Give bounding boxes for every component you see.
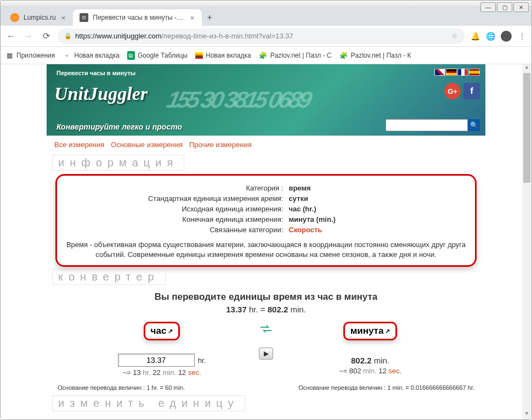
bookmark-item[interactable]: 🧩Pazlov.net | Пазл - С [259,51,332,60]
bookmark-label: Pazlov.net | Пазл - К [350,52,411,59]
sheets-icon: ▤ [127,51,135,60]
tab-title: Lumpics.ru [24,14,56,21]
basis-right: Основание перевода величин : 1 min. = 0.… [298,384,474,391]
info-value: сутки [286,194,466,203]
tab-title: Перевести часы в минуты - Пер [93,14,184,21]
flag-uk-icon[interactable] [434,69,445,76]
section-title-change: изменить единицу [52,395,245,411]
info-panel: Категория :время Стандартная единица изм… [55,174,477,267]
converter-left: час ↗ hr. ~= 13 hr. 22 min. 12 sec. [80,322,244,377]
star-icon[interactable]: ☆ [451,32,458,40]
info-value: час (hr.) [286,204,466,214]
converter-middle: ▶ [259,322,273,360]
flag-es-icon[interactable] [469,69,480,76]
browser-window: — ▢ ✕ Lumpics.ru × ⚖ Перевести часы в ми… [0,0,532,420]
bookmark-item[interactable]: 🧩Pazlov.net | Пазл - К [339,51,411,60]
close-tab-icon[interactable]: × [60,14,67,22]
url-bar[interactable]: 🔒 https://www.unitjuggler.com/перевод-ti… [58,29,465,44]
site-search: 🔍 [386,119,480,131]
bookmark-label: Pazlov.net | Пазл - С [270,52,332,59]
apps-button[interactable]: ▦Приложения [5,51,55,60]
scroll-down-icon[interactable]: ▼ [522,411,531,419]
converter-row: час ↗ hr. ~= 13 hr. 22 min. 12 sec. [47,314,485,377]
search-input[interactable] [386,119,468,131]
search-button[interactable]: 🔍 [468,119,480,131]
site-tagline: Конвертируйте легко и просто [56,122,182,131]
page-viewport: 155 30 3815 0689 Перевести часы в минуты… [1,64,531,419]
extension-icon[interactable]: 🔔 [470,31,480,41]
url-host: www.unitjuggler.com [97,32,162,40]
reload-button[interactable]: ⟳ [40,30,52,42]
vertical-scrollbar[interactable]: ▲ ▼ [522,64,531,419]
puzzle-icon: 🧩 [259,51,268,60]
bookmark-label: Новая вкладка [206,52,251,59]
bookmarks-bar: ▦Приложения ▫Новая вкладка ▤Google Табли… [1,47,531,64]
target-unit-text: минута [350,326,384,337]
social-links: G+ f [444,83,480,99]
favicon-icon [10,13,19,22]
language-flags [434,69,480,76]
section-title-converter: конвертер [52,269,166,285]
titlebar [1,1,531,6]
scroll-thumb[interactable] [523,73,530,183]
bookmark-item[interactable]: ▤Google Таблицы [127,51,188,60]
lock-icon: 🔒 [64,32,72,40]
table-row: Конечная единица измерения:минута (min.) [66,215,466,224]
nav-all[interactable]: Все измерения [54,141,104,149]
nav-other[interactable]: Прочие измерения [189,141,252,149]
info-value-link[interactable]: Скорость [286,225,466,234]
toolbar-icons: 🔔 🌐 ⋮ [470,31,527,42]
converter-right: минута ↗ 802.2 min. ~= 802 min. 12 sec. [288,322,452,375]
page-icon: ▬ [195,52,203,59]
apps-icon: ▦ [5,51,14,60]
apps-label: Приложения [16,52,55,59]
menu-icon[interactable]: ⋮ [517,31,527,41]
target-unit-link[interactable]: минута ↗ [343,322,398,340]
profile-avatar[interactable] [501,31,512,42]
maximize-button[interactable]: ▢ [497,2,512,12]
info-label: Связанные категории: [66,225,285,234]
external-link-icon: ↗ [385,328,390,335]
tab-unitjuggler[interactable]: ⚖ Перевести часы в минуты - Пер × [73,9,202,26]
forward-button[interactable]: → [22,30,35,42]
target-approx: ~= 802 min. 12 sec. [288,367,452,375]
info-label: Стандартная единица измерения время: [66,194,285,203]
info-table: Категория :время Стандартная единица изм… [65,182,467,236]
table-row: Стандартная единица измерения время:сутк… [66,194,466,203]
result-value: 802.2 min. [288,356,452,365]
extension-globe-icon[interactable]: 🌐 [485,31,495,41]
url-text: https://www.unitjuggler.com/перевод-time… [75,32,293,40]
input-row: hr. [80,354,244,367]
scroll-up-icon[interactable]: ▲ [522,64,531,73]
info-value: минута (min.) [286,215,466,224]
site-header: 155 30 3815 0689 Перевести часы в минуты… [47,64,485,136]
section-title-info: информация [52,155,184,171]
flag-fr-icon[interactable] [457,69,468,76]
swap-icon[interactable] [261,325,271,333]
new-tab-button[interactable]: + [202,13,217,23]
close-button[interactable]: ✕ [513,2,529,12]
source-value-input[interactable] [118,354,195,367]
back-button[interactable]: ← [5,30,17,42]
source-unit-link[interactable]: час ↗ [144,322,180,340]
tab-lumpics[interactable]: Lumpics.ru × [4,9,73,26]
external-link-icon: ↗ [168,328,173,335]
flag-de-icon[interactable] [446,69,457,76]
info-description: Время - объективная форма существования … [65,240,467,260]
converter-equation: 13.37 hr. = 802.2 min. [47,305,485,314]
bookmark-item[interactable]: ▬Новая вкладка [195,52,251,59]
table-row: Исходная единица измерения:час (hr.) [66,204,466,214]
facebook-icon[interactable]: f [463,83,480,99]
browser-tabs: Lumpics.ru × ⚖ Перевести часы в минуты -… [1,6,531,26]
source-unit-text: час [151,326,167,337]
convert-button[interactable]: ▶ [259,348,273,360]
puzzle-icon: 🧩 [339,51,348,60]
nav-basic[interactable]: Основные измерения [111,141,183,149]
close-tab-icon[interactable]: × [189,14,196,22]
minimize-button[interactable]: — [480,2,496,12]
bookmark-item[interactable]: ▫Новая вкладка [63,51,120,60]
url-path: /перевод-time-из-h-в-min.html?val=13.37 [162,32,293,40]
site-logo[interactable]: UnitJuggler [54,83,148,104]
info-value: время [286,183,466,193]
googleplus-icon[interactable]: G+ [444,83,461,99]
